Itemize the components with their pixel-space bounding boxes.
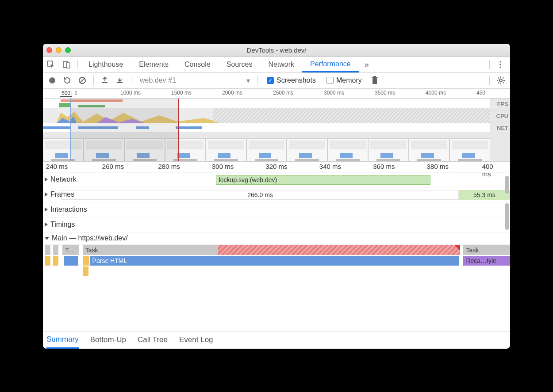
inspect-element-icon[interactable] bbox=[43, 57, 59, 72]
expand-icon[interactable] bbox=[45, 222, 48, 227]
screenshot-thumb[interactable] bbox=[449, 138, 490, 161]
kebab-menu-icon[interactable] bbox=[492, 57, 508, 72]
panel-tabs: Lighthouse Elements Console Sources Netw… bbox=[43, 57, 510, 73]
screenshot-thumb[interactable] bbox=[327, 138, 368, 161]
tab-elements[interactable]: Elements bbox=[131, 57, 177, 72]
timeline-ruler: 240 ms 260 ms 280 ms 300 ms 320 ms 340 m… bbox=[43, 162, 510, 172]
flame-script[interactable] bbox=[83, 256, 89, 266]
flame-script[interactable] bbox=[45, 256, 50, 266]
tab-console[interactable]: Console bbox=[177, 57, 219, 72]
close-window-button[interactable] bbox=[46, 47, 52, 53]
flame-task[interactable]: Task bbox=[83, 245, 218, 255]
tab-sources[interactable]: Sources bbox=[219, 57, 261, 72]
flame-task-long[interactable] bbox=[218, 245, 460, 255]
track-label: Frames bbox=[50, 190, 74, 198]
details-tab-summary[interactable]: Summary bbox=[46, 331, 79, 349]
flame-task[interactable]: T… bbox=[62, 245, 79, 255]
maximize-window-button[interactable] bbox=[65, 47, 71, 53]
collapse-icon[interactable] bbox=[45, 237, 49, 240]
svg-point-3 bbox=[499, 61, 501, 62]
timeline-tracks[interactable]: Network lockup.svg (web.dev) Frames 266.… bbox=[43, 172, 510, 331]
checkbox-checked-icon: ✓ bbox=[267, 77, 274, 84]
overview-selection[interactable] bbox=[70, 99, 179, 161]
network-request-bar[interactable]: lockup.svg (web.dev) bbox=[216, 175, 431, 185]
reload-record-button[interactable] bbox=[61, 74, 74, 87]
separator bbox=[489, 76, 490, 85]
screenshots-label: Screenshots bbox=[276, 76, 316, 84]
svg-rect-15 bbox=[213, 108, 490, 123]
device-toolbar-icon[interactable] bbox=[59, 57, 75, 72]
svg-point-13 bbox=[499, 79, 502, 82]
devtools-window: DevTools - web.dev/ Lighthouse Elements … bbox=[43, 44, 510, 349]
tab-lighthouse[interactable]: Lighthouse bbox=[81, 57, 131, 72]
settings-button[interactable] bbox=[494, 74, 507, 87]
separator bbox=[489, 60, 490, 69]
track-timings[interactable]: Timings bbox=[43, 217, 510, 232]
svg-rect-11 bbox=[372, 77, 378, 78]
checkbox-unchecked-icon bbox=[326, 77, 334, 84]
flame-script[interactable] bbox=[53, 256, 58, 266]
svg-rect-12 bbox=[373, 76, 376, 77]
frame-bar[interactable]: 266.0 ms bbox=[61, 190, 459, 200]
recording-name: web.dev #1 bbox=[140, 76, 176, 84]
net-label: NET bbox=[490, 122, 510, 134]
flame-task[interactable] bbox=[53, 245, 58, 255]
overview-lane-labels: FPS CPU NET bbox=[490, 99, 510, 134]
details-tabs: Summary Bottom-Up Call Tree Event Log bbox=[43, 331, 510, 349]
frame-bar[interactable]: 55.3 ms bbox=[459, 190, 510, 200]
minimize-window-button[interactable] bbox=[56, 47, 61, 53]
track-label: Interactions bbox=[50, 206, 87, 213]
flame-task[interactable] bbox=[45, 245, 50, 255]
expand-icon[interactable] bbox=[45, 207, 48, 212]
track-interactions[interactable]: Interactions bbox=[43, 202, 510, 217]
track-label: Timings bbox=[50, 221, 75, 228]
network-request-label: lockup.svg (web.dev) bbox=[219, 176, 277, 183]
performance-toolbar: web.dev #1 ✓ Screenshots Memory bbox=[43, 73, 510, 89]
svg-rect-10 bbox=[373, 78, 377, 84]
clear-button[interactable] bbox=[76, 74, 89, 87]
flame-parse-html[interactable]: Parse HTML bbox=[90, 256, 459, 266]
screenshot-thumb[interactable] bbox=[287, 138, 327, 161]
main-thread-flamechart[interactable]: T… Task Task Parse HTML Reca…tyle bbox=[43, 245, 510, 312]
track-main[interactable]: Main — https://web.dev/ bbox=[43, 232, 510, 245]
window-controls bbox=[46, 47, 71, 53]
flame-task[interactable]: Task bbox=[463, 245, 510, 255]
track-label: Main — https://web.dev/ bbox=[52, 234, 128, 242]
more-tabs-icon[interactable]: » bbox=[359, 57, 375, 72]
track-network[interactable]: Network lockup.svg (web.dev) bbox=[43, 172, 510, 187]
timeline-pane: 240 ms 260 ms 280 ms 300 ms 320 ms 340 m… bbox=[43, 162, 510, 331]
cpu-label: CPU bbox=[490, 110, 510, 122]
screenshot-thumb[interactable] bbox=[409, 138, 449, 161]
memory-toggle[interactable]: Memory bbox=[326, 76, 362, 84]
separator bbox=[257, 76, 258, 85]
titlebar: DevTools - web.dev/ bbox=[43, 44, 510, 57]
screenshot-thumb[interactable] bbox=[246, 138, 287, 161]
save-profile-button[interactable] bbox=[113, 74, 127, 87]
details-tab-bottom-up[interactable]: Bottom-Up bbox=[90, 331, 126, 349]
details-tab-event-log[interactable]: Event Log bbox=[179, 331, 213, 349]
expand-icon[interactable] bbox=[45, 177, 48, 182]
svg-rect-8 bbox=[102, 82, 108, 83]
overview-ruler: 500 s 1000 ms 1500 ms 2000 ms 2500 ms 30… bbox=[43, 89, 510, 99]
svg-point-4 bbox=[499, 64, 501, 65]
screenshot-thumb[interactable] bbox=[368, 138, 409, 161]
svg-point-6 bbox=[49, 77, 55, 84]
gc-button[interactable] bbox=[368, 74, 381, 87]
screenshot-thumb[interactable] bbox=[206, 138, 246, 161]
frame-duration: 266.0 ms bbox=[247, 191, 273, 198]
track-frames[interactable]: Frames 266.0 ms 55.3 ms bbox=[43, 187, 510, 202]
flame-parse[interactable] bbox=[64, 256, 78, 266]
screenshots-toggle[interactable]: ✓ Screenshots bbox=[267, 76, 316, 84]
flame-recalc-style[interactable]: Reca…tyle bbox=[463, 256, 510, 266]
vertical-scrollbar[interactable] bbox=[505, 176, 509, 194]
recording-select[interactable]: web.dev #1 bbox=[136, 75, 253, 86]
overview-pane[interactable]: 500 s 1000 ms 1500 ms 2000 ms 2500 ms 30… bbox=[43, 89, 510, 162]
record-button[interactable] bbox=[46, 74, 59, 87]
flame-script[interactable] bbox=[83, 266, 88, 276]
vertical-scrollbar[interactable] bbox=[505, 203, 509, 230]
expand-icon[interactable] bbox=[45, 192, 48, 197]
tab-network[interactable]: Network bbox=[260, 57, 302, 72]
details-tab-call-tree[interactable]: Call Tree bbox=[138, 331, 168, 349]
tab-performance[interactable]: Performance bbox=[302, 57, 359, 72]
load-profile-button[interactable] bbox=[98, 74, 111, 87]
